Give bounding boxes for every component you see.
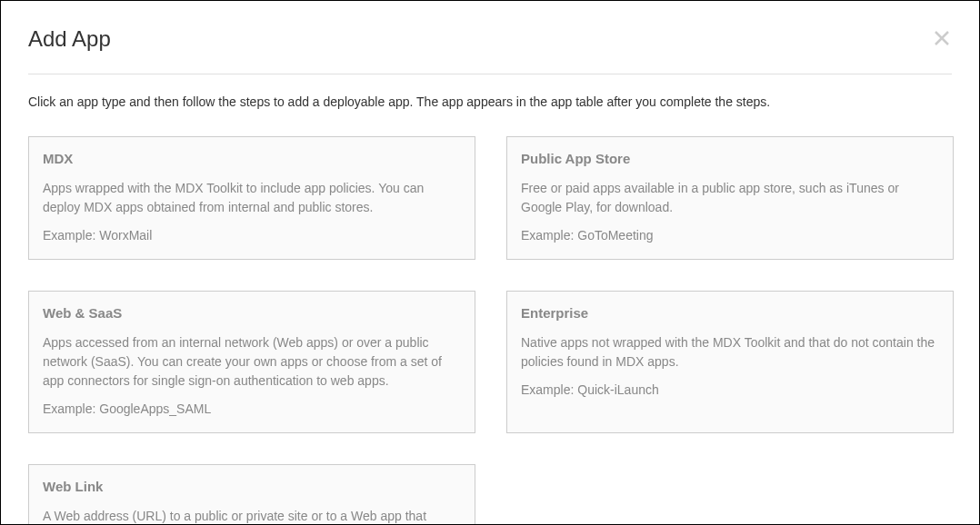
card-example: Example: Quick-iLaunch bbox=[521, 381, 939, 400]
card-description: Apps wrapped with the MDX Toolkit to inc… bbox=[43, 179, 461, 217]
card-title: Web & SaaS bbox=[43, 305, 461, 321]
card-example: Example: WorxMail bbox=[43, 226, 461, 245]
card-example: Example: GoogleApps_SAML bbox=[43, 400, 461, 419]
app-type-grid: MDX Apps wrapped with the MDX Toolkit to… bbox=[28, 136, 952, 525]
card-title: Public App Store bbox=[521, 151, 939, 166]
app-type-card-web-link[interactable]: Web Link A Web address (URL) to a public… bbox=[28, 464, 475, 525]
card-title: MDX bbox=[43, 151, 461, 166]
modal-header: Add App bbox=[28, 26, 952, 74]
card-description: Apps accessed from an internal network (… bbox=[43, 333, 461, 391]
app-type-card-mdx[interactable]: MDX Apps wrapped with the MDX Toolkit to… bbox=[28, 136, 475, 260]
card-description: Native apps not wrapped with the MDX Too… bbox=[521, 333, 939, 371]
card-title: Web Link bbox=[43, 479, 461, 494]
card-example: Example: GoToMeeting bbox=[521, 226, 939, 245]
card-description: A Web address (URL) to a public or priva… bbox=[43, 507, 461, 525]
instruction-text: Click an app type and then follow the st… bbox=[28, 94, 952, 109]
card-title: Enterprise bbox=[521, 305, 939, 321]
app-type-card-web-saas[interactable]: Web & SaaS Apps accessed from an interna… bbox=[28, 291, 475, 433]
modal-title: Add App bbox=[28, 26, 111, 52]
card-description: Free or paid apps available in a public … bbox=[521, 179, 939, 217]
add-app-modal: Add App Click an app type and then follo… bbox=[1, 1, 979, 525]
close-icon[interactable] bbox=[932, 26, 952, 52]
app-type-card-enterprise[interactable]: Enterprise Native apps not wrapped with … bbox=[506, 291, 954, 433]
app-type-card-public-app-store[interactable]: Public App Store Free or paid apps avail… bbox=[506, 136, 954, 260]
